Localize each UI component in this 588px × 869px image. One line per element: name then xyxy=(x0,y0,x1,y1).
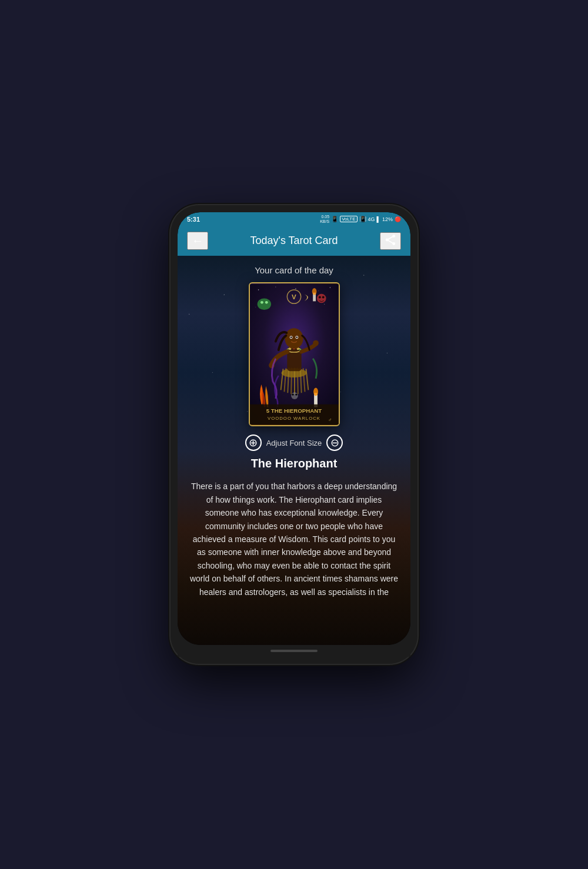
font-size-controls: ⊕ Adjust Font Size ⊖ xyxy=(245,434,343,451)
increase-font-button[interactable]: ⊕ xyxy=(245,434,262,451)
svg-point-16 xyxy=(312,288,316,295)
status-volte: VoLTE xyxy=(340,216,357,222)
svg-point-7 xyxy=(275,287,276,288)
phone-frame: 5:31 0.05 KB/S 📱 VoLTE 📳 4G ▌ 12% 🔴 ← To… xyxy=(171,205,417,664)
svg-point-12 xyxy=(324,304,325,305)
card-of-day-label: Your card of the day xyxy=(255,265,333,275)
svg-text:♂: ♂ xyxy=(328,417,332,423)
svg-point-18 xyxy=(318,296,320,299)
svg-point-45 xyxy=(290,337,292,339)
tarot-card-svg: V xyxy=(250,283,339,425)
status-battery: 12% xyxy=(382,216,393,222)
app-header: ← Today's Tarot Card xyxy=(178,226,410,256)
svg-point-8 xyxy=(295,289,296,289)
svg-text:VOODOO WARLOCK: VOODOO WARLOCK xyxy=(268,416,320,421)
svg-point-10 xyxy=(329,288,330,289)
phone-bottom-bar xyxy=(178,645,410,657)
header-title: Today's Tarot Card xyxy=(208,235,380,247)
svg-point-48 xyxy=(313,388,318,396)
status-signal: 4G xyxy=(368,216,375,222)
svg-point-19 xyxy=(322,296,324,299)
svg-line-29 xyxy=(297,368,298,395)
battery-icon: 🔴 xyxy=(395,216,401,222)
share-button[interactable] xyxy=(380,232,401,250)
svg-point-22 xyxy=(265,301,268,304)
tarot-card-art: V xyxy=(250,283,339,425)
svg-point-51 xyxy=(295,394,297,396)
svg-point-11 xyxy=(255,307,256,308)
svg-point-21 xyxy=(260,301,263,304)
svg-text:5  THE HIEROPHANT: 5 THE HIEROPHANT xyxy=(266,408,322,415)
status-data-speed: 0.05 KB/S xyxy=(320,215,329,223)
svg-point-49 xyxy=(291,393,298,400)
status-bar: 5:31 0.05 KB/S 📱 VoLTE 📳 4G ▌ 12% 🔴 xyxy=(178,212,410,226)
svg-point-41 xyxy=(313,340,319,346)
svg-line-3 xyxy=(387,236,393,240)
svg-line-4 xyxy=(387,240,393,244)
phone-inner: 5:31 0.05 KB/S 📱 VoLTE 📳 4G ▌ 12% 🔴 ← To… xyxy=(178,212,410,645)
card-description: There is a part of you that harbors a de… xyxy=(185,480,403,599)
svg-point-42 xyxy=(285,329,303,349)
home-bar xyxy=(270,650,318,652)
svg-point-50 xyxy=(292,394,293,396)
status-time: 5:31 xyxy=(187,216,200,223)
status-phone-icon: 📱 xyxy=(331,216,338,222)
svg-text:V: V xyxy=(292,293,296,301)
svg-point-46 xyxy=(296,337,298,339)
svg-point-6 xyxy=(258,289,259,290)
main-content: Your card of the day xyxy=(178,256,410,645)
font-size-label: Adjust Font Size xyxy=(266,439,322,447)
svg-rect-33 xyxy=(287,347,301,372)
share-icon xyxy=(385,235,396,245)
tarot-card-image: V xyxy=(249,282,340,426)
screen: 5:31 0.05 KB/S 📱 VoLTE 📳 4G ▌ 12% 🔴 ← To… xyxy=(178,212,410,645)
decrease-font-button[interactable]: ⊖ xyxy=(326,434,343,451)
status-vibrate-icon: 📳 xyxy=(359,216,366,222)
status-right: 0.05 KB/S 📱 VoLTE 📳 4G ▌ 12% 🔴 xyxy=(320,215,401,223)
svg-line-27 xyxy=(291,368,292,395)
svg-point-9 xyxy=(318,291,319,292)
card-name: The Hierophant xyxy=(251,457,338,470)
status-signal-bars: ▌ xyxy=(377,216,380,222)
back-button[interactable]: ← xyxy=(187,232,208,250)
svg-point-20 xyxy=(257,299,270,310)
